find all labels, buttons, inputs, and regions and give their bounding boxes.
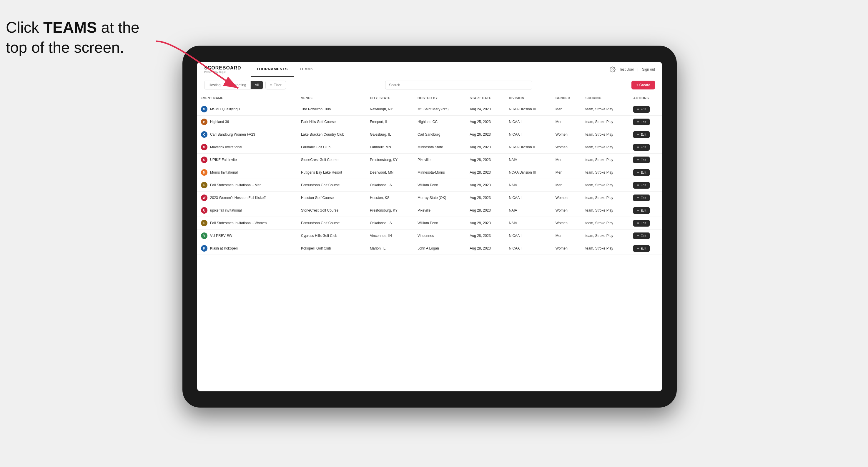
cell-gender: Women — [552, 192, 582, 204]
event-name-text: VU PREVIEW — [210, 234, 232, 238]
cell-venue: Edmundson Golf Course — [298, 179, 366, 192]
cell-venue: Ruttger's Bay Lake Resort — [298, 166, 366, 179]
pencil-icon: ✏ — [637, 234, 640, 238]
cell-division: NICAA I — [505, 128, 552, 141]
settings-icon[interactable] — [610, 66, 616, 72]
cell-event-name: U UPIKE Fall Invite — [197, 154, 298, 166]
instruction-text: Click TEAMS at the top of the screen. — [6, 18, 140, 57]
col-gender: GENDER — [552, 93, 582, 103]
create-btn[interactable]: + Create — [631, 81, 655, 89]
team-icon: M — [201, 144, 208, 151]
event-name-text: UPIKE Fall Invite — [210, 158, 237, 162]
cell-event-name: F Fall Statesmen Invitational - Women — [197, 217, 298, 229]
team-icon: F — [201, 220, 208, 226]
filter-competing-btn[interactable]: Competing — [225, 81, 251, 89]
event-name-text: upike fall invitational — [210, 208, 242, 213]
cell-city-state: Galesburg, IL — [366, 128, 414, 141]
cell-hosted-by: Mt. Saint Mary (NY) — [414, 103, 466, 116]
edit-label: Edit — [641, 171, 646, 174]
edit-button[interactable]: ✏ Edit — [633, 144, 650, 151]
cell-start-date: Aug 28, 2023 — [466, 179, 505, 192]
cell-actions: ✏ Edit — [630, 141, 662, 154]
pencil-icon: ✏ — [637, 221, 640, 225]
edit-button[interactable]: ✏ Edit — [633, 131, 650, 138]
cell-scoring: team, Stroke Play — [582, 229, 630, 242]
cell-actions: ✏ Edit — [630, 217, 662, 229]
col-actions: ACTIONS — [630, 93, 662, 103]
edit-button[interactable]: ✏ Edit — [633, 106, 650, 113]
cell-hosted-by: Highland CC — [414, 116, 466, 128]
cell-scoring: team, Stroke Play — [582, 179, 630, 192]
event-name-text: Klash at Kokopelli — [210, 246, 238, 250]
cell-start-date: Aug 24, 2023 — [466, 103, 505, 116]
table-body: M MSMC Qualifying 1 The Powelton Club Ne… — [197, 103, 662, 255]
cell-actions: ✏ Edit — [630, 204, 662, 217]
cell-event-name: M Maverick Invitational — [197, 141, 298, 154]
cell-city-state: Hesston, KS — [366, 192, 414, 204]
cell-division: NICAA II — [505, 229, 552, 242]
pencil-icon: ✏ — [637, 196, 640, 200]
cell-division: NAIA — [505, 217, 552, 229]
table-row: W 2023 Women's Hesston Fall Kickoff Hess… — [197, 192, 662, 204]
cell-city-state: Oskaloosa, IA — [366, 217, 414, 229]
search-input-wrap — [288, 81, 629, 89]
cell-actions: ✏ Edit — [630, 116, 662, 128]
search-input[interactable] — [385, 81, 532, 89]
edit-button[interactable]: ✏ Edit — [633, 119, 650, 125]
table-row: F Fall Statesmen Invitational - Men Edmu… — [197, 179, 662, 192]
table-row: U UPIKE Fall Invite StoneCrest Golf Cour… — [197, 154, 662, 166]
event-name-text: Maverick Invitational — [210, 145, 242, 149]
cell-start-date: Aug 28, 2023 — [466, 141, 505, 154]
col-venue: VENUE — [298, 93, 366, 103]
cell-start-date: Aug 28, 2023 — [466, 166, 505, 179]
edit-button[interactable]: ✏ Edit — [633, 207, 650, 214]
team-icon: M — [201, 169, 208, 176]
cell-hosted-by: Pikeville — [414, 154, 466, 166]
sign-out-link[interactable]: Sign out — [642, 67, 655, 71]
filter-all-btn[interactable]: All — [251, 81, 263, 89]
cell-gender: Women — [552, 242, 582, 255]
cell-hosted-by: William Penn — [414, 179, 466, 192]
tab-teams[interactable]: TEAMS — [293, 62, 319, 77]
cell-scoring: team, Stroke Play — [582, 204, 630, 217]
edit-button[interactable]: ✏ Edit — [633, 169, 650, 176]
table-header: EVENT NAME VENUE CITY, STATE HOSTED BY S… — [197, 93, 662, 103]
edit-button[interactable]: ✏ Edit — [633, 194, 650, 201]
edit-button[interactable]: ✏ Edit — [633, 245, 650, 252]
edit-button[interactable]: ✏ Edit — [633, 220, 650, 226]
filter-advanced-btn[interactable]: ≡ Filter — [266, 81, 286, 89]
cell-city-state: Marion, IL — [366, 242, 414, 255]
cell-venue: StoneCrest Golf Course — [298, 204, 366, 217]
edit-button[interactable]: ✏ Edit — [633, 157, 650, 163]
team-icon: F — [201, 182, 208, 189]
edit-label: Edit — [641, 221, 646, 225]
cell-city-state: Prestonsburg, KY — [366, 204, 414, 217]
cell-gender: Men — [552, 154, 582, 166]
cell-hosted-by: Murray State (OK) — [414, 192, 466, 204]
edit-label: Edit — [641, 247, 646, 250]
nav-right: Test User | Sign out — [610, 66, 655, 72]
filter-hosting-btn[interactable]: Hosting — [205, 81, 225, 89]
event-name-text: Morris Invitational — [210, 170, 238, 175]
team-icon: U — [201, 156, 208, 163]
cell-event-name: K Klash at Kokopelli — [197, 242, 298, 255]
instruction-bold: TEAMS — [43, 19, 97, 36]
svg-point-1 — [612, 68, 614, 70]
tab-tournaments[interactable]: TOURNAMENTS — [251, 62, 293, 77]
cell-actions: ✏ Edit — [630, 166, 662, 179]
cell-gender: Men — [552, 103, 582, 116]
separator: | — [638, 67, 639, 71]
edit-button[interactable]: ✏ Edit — [633, 182, 650, 189]
tablet-screen: SCOREBOARD Powered by Clippit TOURNAMENT… — [197, 62, 662, 392]
event-name-text: Fall Statesmen Invitational - Women — [210, 221, 267, 225]
navbar: SCOREBOARD Powered by Clippit TOURNAMENT… — [197, 62, 662, 77]
logo-title: SCOREBOARD — [204, 65, 241, 71]
pencil-icon: ✏ — [637, 120, 640, 124]
cell-division: NCAA Division III — [505, 103, 552, 116]
cell-venue: Lake Bracken Country Club — [298, 128, 366, 141]
pencil-icon: ✏ — [637, 247, 640, 250]
cell-venue: Kokopelli Golf Club — [298, 242, 366, 255]
edit-button[interactable]: ✏ Edit — [633, 232, 650, 239]
toolbar: Hosting Competing All ≡ Filter + Create — [197, 77, 662, 93]
cell-city-state: Vincennes, IN — [366, 229, 414, 242]
